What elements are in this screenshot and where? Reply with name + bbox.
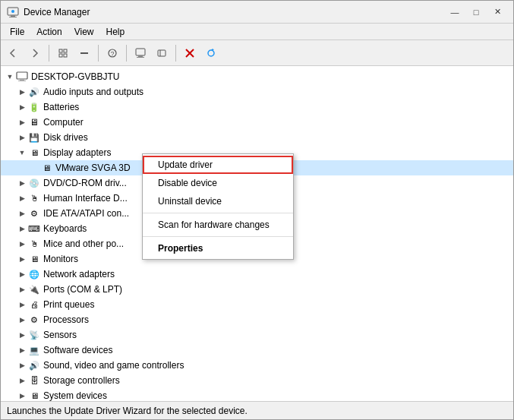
svg-point-3: [11, 10, 14, 13]
tree-system[interactable]: ▶ System devices: [1, 388, 513, 401]
svg-rect-20: [20, 79, 24, 81]
display-icon: [28, 147, 40, 159]
mice-expander: ▶: [16, 238, 28, 250]
hid-icon: [28, 192, 40, 204]
menu-view[interactable]: View: [68, 24, 100, 40]
display-expander: ▼: [16, 147, 28, 159]
network-expander: ▶: [16, 268, 28, 280]
tree-batteries[interactable]: ▶ Batteries: [1, 99, 513, 115]
batteries-label: Batteries: [43, 102, 79, 112]
print-icon: [28, 298, 40, 311]
svg-rect-1: [11, 15, 15, 17]
tree-print[interactable]: ▶ Print queues: [1, 297, 513, 312]
tree-computer[interactable]: ▶ Computer: [1, 115, 513, 130]
display-label: Display adapters: [43, 147, 111, 158]
view1-button[interactable]: [131, 43, 150, 63]
separator-2: [98, 45, 99, 62]
menu-action[interactable]: Action: [30, 24, 68, 40]
view2-button[interactable]: [152, 43, 172, 63]
print-expander: ▶: [16, 298, 28, 311]
audio-expander: ▶: [16, 86, 28, 98]
tree-sensors[interactable]: ▶ Sensors: [1, 327, 513, 343]
ide-expander: ▶: [16, 207, 28, 219]
tree-audio[interactable]: ▶ Audio inputs and outputs: [1, 84, 513, 99]
collapse-button[interactable]: [74, 43, 94, 63]
dvd-icon: [28, 177, 40, 189]
svg-rect-11: [136, 49, 145, 55]
monitors-expander: ▶: [16, 253, 28, 265]
ctx-separator-1: [143, 213, 293, 213]
title-controls: — □ ✕: [445, 5, 507, 20]
ide-icon: [28, 207, 40, 219]
sensors-icon: [28, 329, 40, 341]
vmware-icon: [40, 162, 52, 174]
window-title: Device Manager: [24, 7, 90, 17]
content-area: ▼ DESKTOP-GVBBJTU ▶ Audio inputs and out…: [1, 66, 513, 401]
ctx-separator-2: [143, 236, 293, 237]
sound-label: Sound, video and game controllers: [43, 360, 184, 371]
processors-label: Processors: [43, 314, 89, 325]
svg-rect-21: [18, 81, 26, 81]
tree-panel[interactable]: ▼ DESKTOP-GVBBJTU ▶ Audio inputs and out…: [1, 66, 513, 401]
delete-button[interactable]: [180, 43, 200, 63]
svg-text:?: ?: [110, 50, 114, 58]
disk-icon: [28, 131, 40, 144]
sensors-label: Sensors: [43, 330, 77, 340]
dvd-label: DVD/CD-ROM driv...: [43, 178, 127, 188]
tree-sound[interactable]: ▶ Sound, video and game controllers: [1, 358, 513, 373]
audio-icon: [28, 86, 40, 98]
storage-icon: [28, 374, 40, 387]
minimize-button[interactable]: —: [445, 5, 465, 20]
tree-root[interactable]: ▼ DESKTOP-GVBBJTU: [1, 69, 513, 84]
menu-bar: File Action View Help: [1, 24, 513, 40]
computer-icon: [16, 71, 28, 83]
back-button[interactable]: [4, 43, 24, 63]
svg-rect-14: [158, 50, 166, 56]
separator-3: [126, 45, 127, 62]
svg-rect-5: [64, 49, 67, 52]
title-bar: Device Manager — □ ✕: [1, 1, 513, 24]
computer-label: Computer: [43, 117, 84, 128]
software-label: Software devices: [43, 345, 112, 355]
monitors-label: Monitors: [43, 254, 78, 264]
context-menu: Update driver Disable device Uninstall d…: [142, 153, 294, 260]
maximize-button[interactable]: □: [466, 5, 486, 20]
keyboards-icon: [28, 223, 40, 235]
ports-label: Ports (COM & LPT): [43, 284, 122, 295]
ctx-disable-device[interactable]: Disable device: [143, 174, 293, 192]
audio-label: Audio inputs and outputs: [43, 87, 143, 97]
dvd-expander: ▶: [16, 177, 28, 189]
tree-network[interactable]: ▶ Network adapters: [1, 267, 513, 282]
keyboards-expander: ▶: [16, 223, 28, 235]
hid-label: Human Interface D...: [43, 193, 128, 204]
help-button[interactable]: ?: [102, 43, 122, 63]
menu-file[interactable]: File: [4, 24, 30, 40]
ctx-uninstall-device[interactable]: Uninstall device: [143, 192, 293, 210]
root-label: DESKTOP-GVBBJTU: [31, 71, 119, 82]
processors-expander: ▶: [16, 314, 28, 326]
ctx-update-driver[interactable]: Update driver: [143, 156, 293, 174]
ctx-scan-hardware[interactable]: Scan for hardware changes: [143, 216, 293, 234]
toolbar: ?: [1, 40, 513, 66]
status-text: Launches the Update Driver Wizard for th…: [7, 406, 248, 416]
hid-expander: ▶: [16, 192, 28, 204]
expand-button[interactable]: [53, 43, 73, 63]
tree-disk[interactable]: ▶ Disk drives: [1, 130, 513, 145]
menu-help[interactable]: Help: [100, 24, 131, 40]
root-expander: ▼: [4, 71, 16, 83]
software-icon: [28, 344, 40, 356]
close-button[interactable]: ✕: [487, 5, 507, 20]
forward-button[interactable]: [25, 43, 45, 63]
tree-processors[interactable]: ▶ Processors: [1, 312, 513, 327]
ide-label: IDE ATA/ATAPI con...: [43, 208, 129, 219]
ctx-properties[interactable]: Properties: [143, 239, 293, 257]
ports-expander: ▶: [16, 283, 28, 295]
batteries-icon: [28, 101, 40, 113]
tree-software[interactable]: ▶ Software devices: [1, 343, 513, 358]
storage-label: Storage controllers: [43, 375, 120, 386]
print-label: Print queues: [43, 299, 94, 310]
tree-ports[interactable]: ▶ Ports (COM & LPT): [1, 282, 513, 297]
network-icon: [28, 268, 40, 280]
refresh-button[interactable]: [201, 43, 221, 63]
tree-storage[interactable]: ▶ Storage controllers: [1, 373, 513, 388]
